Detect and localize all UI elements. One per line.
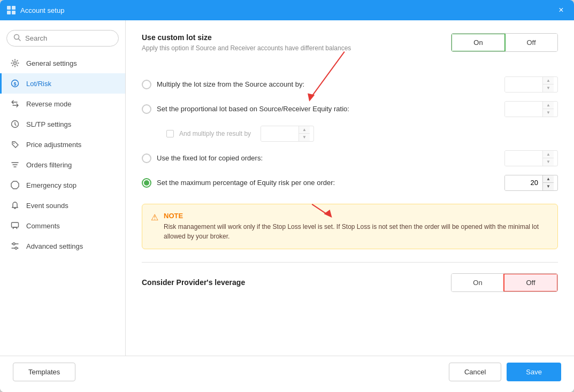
sidebar-item-advanced-settings[interactable]: Advanced settings [0, 236, 125, 256]
option-max-equity-label: Set the maximum percentage of Equity ris… [157, 179, 499, 187]
max-equity-spin-btns: ▲ ▼ [542, 175, 554, 190]
search-icon [13, 34, 21, 43]
option-max-equity-row: Set the maximum percentage of Equity ris… [142, 175, 558, 191]
custom-lot-toggle-off[interactable]: Off [505, 34, 557, 51]
tag-icon [10, 140, 20, 149]
fixed-lot-spin-btns: ▲ ▼ [542, 151, 554, 166]
window-icon [6, 5, 16, 15]
multiply-input[interactable] [505, 77, 542, 92]
provider-leverage-label: Consider Provider's leverage [142, 278, 245, 287]
search-box [6, 30, 119, 47]
sidebar-item-event-sounds[interactable]: Event sounds [0, 195, 125, 216]
svg-text:$: $ [13, 81, 16, 87]
svg-line-5 [19, 39, 21, 41]
svg-point-6 [14, 62, 17, 65]
max-equity-input[interactable] [505, 175, 542, 190]
sidebar-item-comments[interactable]: Comments [0, 216, 125, 236]
main-content: General settings $ Lot/Risk Reverse [0, 20, 574, 356]
sidebar-label-comments: Comments [26, 222, 60, 230]
sidebar-item-price-adjustments[interactable]: Price adjustments [0, 134, 125, 155]
fixed-lot-input[interactable] [505, 151, 542, 166]
option-fixed-lot-row: Use the fixed lot for copied orders: ▲ ▼ [142, 150, 558, 166]
svg-point-10 [13, 143, 14, 144]
cancel-button[interactable]: Cancel [449, 363, 501, 381]
warning-icon: ⚠ [151, 212, 158, 222]
svg-rect-12 [12, 222, 19, 227]
note-content: NOTE Risk management will work only if t… [164, 212, 549, 241]
option-proportional-label: Set the proportional lot based on Source… [157, 105, 499, 113]
multiply-result-input-wrap: ▲ ▼ [261, 126, 314, 142]
proportional-spin-btns: ▲ ▼ [542, 102, 554, 117]
custom-lot-size-header: Use custom lot size Apply this option if… [142, 33, 558, 64]
custom-lot-toggle-group: On Off [451, 33, 558, 52]
multiply-result-spin-up[interactable]: ▲ [299, 126, 310, 134]
max-equity-spin-down[interactable]: ▼ [543, 183, 554, 190]
sidebar-label-event-sounds: Event sounds [26, 202, 68, 210]
sidebar-label-general-settings: General settings [26, 59, 77, 67]
footer-right: Cancel Save [449, 363, 561, 381]
fixed-lot-spin-down[interactable]: ▼ [543, 158, 554, 166]
title-bar: Account setup × [0, 0, 574, 20]
templates-button[interactable]: Templates [13, 363, 75, 381]
svg-rect-2 [7, 11, 11, 14]
proportional-spin-up[interactable]: ▲ [543, 102, 554, 109]
max-equity-spin-up[interactable]: ▲ [543, 175, 554, 183]
sidebar-item-orders-filtering[interactable]: Orders filtering [0, 155, 125, 175]
radio-proportional[interactable] [142, 104, 151, 114]
max-equity-input-wrap: ▲ ▼ [504, 175, 558, 191]
multiply-input-wrap: ▲ ▼ [504, 76, 558, 93]
reverse-icon [10, 99, 20, 109]
comment-icon [10, 221, 20, 230]
fixed-lot-input-wrap: ▲ ▼ [504, 150, 558, 166]
sidebar-label-lot-risk: Lot/Risk [26, 80, 51, 88]
multiply-result-input[interactable] [261, 126, 299, 141]
option-proportional-row: Set the proportional lot based on Source… [142, 101, 558, 117]
sidebar-item-general-settings[interactable]: General settings [0, 53, 125, 73]
sidebar-item-emergency-stop[interactable]: Emergency stop [0, 175, 125, 195]
proportional-spin-down[interactable]: ▼ [543, 109, 554, 117]
option-multiply-row: Multiply the lot size from the Source ac… [142, 76, 558, 93]
radio-multiply[interactable] [142, 80, 151, 89]
svg-point-16 [15, 247, 17, 249]
lot-options-section: Multiply the lot size from the Source ac… [142, 76, 558, 191]
filter-icon [10, 160, 20, 170]
sidebar-label-price-adjustments: Price adjustments [26, 141, 81, 149]
window-title: Account setup [20, 6, 555, 14]
custom-lot-toggle-on[interactable]: On [451, 33, 506, 52]
custom-lot-size-title: Use custom lot size [142, 33, 351, 42]
sidebar-item-sl-tp[interactable]: SL/TP settings [0, 114, 125, 134]
radio-max-equity[interactable] [142, 178, 151, 188]
sidebar-label-reverse-mode: Reverse mode [26, 100, 72, 108]
multiply-spin-down[interactable]: ▼ [543, 84, 554, 92]
provider-leverage-toggle-off[interactable]: Off [503, 273, 558, 292]
multiply-result-spin-down[interactable]: ▼ [299, 134, 310, 141]
custom-lot-size-desc: Apply this option if Source and Receiver… [142, 44, 351, 53]
sidebar-item-reverse-mode[interactable]: Reverse mode [0, 94, 125, 114]
multiply-spin-up[interactable]: ▲ [543, 77, 554, 84]
account-setup-window: Account setup × [0, 0, 574, 392]
note-box: ⚠ NOTE Risk management will work only if… [142, 204, 558, 249]
footer: Templates Cancel Save [0, 356, 574, 392]
svg-rect-0 [7, 6, 11, 10]
svg-point-14 [13, 243, 15, 245]
proportional-input[interactable] [505, 102, 542, 117]
sliders-icon [10, 241, 20, 251]
sidebar-label-sl-tp: SL/TP settings [26, 120, 71, 128]
search-input[interactable] [25, 34, 112, 42]
save-button[interactable]: Save [507, 363, 561, 381]
fixed-lot-spin-up[interactable]: ▲ [543, 151, 554, 158]
section-divider [142, 262, 558, 263]
option-fixed-lot-label: Use the fixed lot for copied orders: [157, 154, 499, 162]
sidebar-item-lot-risk[interactable]: $ Lot/Risk [0, 73, 125, 94]
sidebar-label-emergency-stop: Emergency stop [26, 181, 76, 189]
svg-rect-1 [12, 6, 16, 10]
close-button[interactable]: × [555, 4, 568, 17]
checkbox-multiply-result[interactable] [166, 130, 174, 137]
content-area: Use custom lot size Apply this option if… [126, 20, 574, 356]
gear-icon [10, 58, 20, 68]
provider-leverage-toggle-on[interactable]: On [451, 274, 504, 291]
radio-fixed-lot[interactable] [142, 153, 151, 163]
note-text: Risk management will work only if the St… [164, 222, 549, 241]
footer-inner: Templates Cancel Save [13, 363, 561, 386]
multiply-result-spin-btns: ▲ ▼ [299, 126, 310, 141]
